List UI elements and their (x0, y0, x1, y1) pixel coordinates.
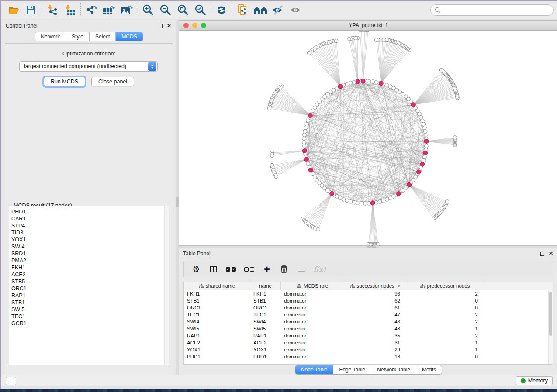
network-leaf-node[interactable] (274, 175, 278, 178)
column-header-predecessor-nodes[interactable]: predecessor nodes (406, 282, 484, 290)
network-node[interactable] (345, 199, 349, 203)
mcds-result-item[interactable]: SRD1 (11, 250, 169, 257)
table-row[interactable]: SWI4SWI4dominator462 (184, 318, 553, 325)
save-session-button[interactable] (22, 2, 40, 18)
hide-selected-button[interactable] (269, 2, 287, 18)
mcds-hub-node[interactable] (424, 139, 429, 144)
mcds-result-item[interactable]: TEC1 (11, 313, 169, 320)
first-neighbors-button[interactable] (252, 2, 269, 18)
table-row[interactable]: ACE2ACE2connector311 (184, 339, 553, 346)
export-image-button[interactable] (118, 2, 135, 18)
unselect-all-icon[interactable] (244, 264, 254, 275)
mcds-hub-node[interactable] (423, 151, 428, 155)
network-leaf-node[interactable] (376, 242, 380, 246)
zoom-selected-button[interactable] (191, 2, 209, 18)
mcds-hub-node[interactable] (308, 168, 313, 172)
zoom-in-button[interactable] (139, 2, 156, 18)
table-row[interactable]: STB1STB1dominator620 (184, 297, 553, 304)
tab-node-table[interactable]: Node Table (295, 365, 334, 374)
mcds-hub-node[interactable] (304, 157, 308, 162)
network-node[interactable] (342, 198, 346, 202)
mcds-result-item[interactable]: TID3 (11, 229, 169, 236)
network-leaf-node[interactable] (316, 227, 320, 231)
network-node[interactable] (422, 122, 426, 126)
tab-select[interactable]: Select (90, 32, 116, 41)
column-header-shared-name[interactable]: shared name (184, 282, 250, 290)
mcds-result-item[interactable]: RAP1 (11, 292, 169, 299)
network-node[interactable] (423, 129, 427, 133)
network-node[interactable] (304, 126, 308, 130)
table-row[interactable]: PHD1PHD1dominator180 (184, 353, 553, 360)
mcds-hub-node[interactable] (407, 182, 412, 187)
column-view-icon[interactable] (209, 264, 218, 275)
mcds-hub-node[interactable] (361, 79, 365, 83)
mcds-hub-node[interactable] (416, 170, 421, 174)
network-node[interactable] (423, 126, 427, 130)
import-network-button[interactable] (44, 2, 61, 18)
network-leaf-node[interactable] (439, 68, 443, 72)
network-node[interactable] (302, 144, 306, 148)
tab-network[interactable]: Network (35, 32, 66, 41)
mcds-hub-node[interactable] (308, 113, 312, 118)
mcds-result-item[interactable]: SWI5 (11, 306, 169, 313)
network-node[interactable] (306, 119, 310, 123)
mcds-hub-node[interactable] (356, 79, 360, 84)
network-node[interactable] (374, 80, 378, 84)
mcds-result-item[interactable]: STB5 (11, 278, 169, 285)
network-node[interactable] (422, 158, 426, 162)
mcds-result-item[interactable]: YOX1 (11, 236, 169, 243)
network-graph[interactable] (179, 31, 557, 246)
network-leaf-node[interactable] (445, 200, 449, 203)
mcds-result-item[interactable]: CAR1 (11, 215, 169, 222)
mcds-hub-node[interactable] (379, 81, 383, 86)
column-header-name[interactable]: name (250, 282, 281, 290)
network-node[interactable] (360, 201, 363, 205)
network-node[interactable] (349, 81, 353, 85)
export-table-button[interactable] (100, 2, 118, 18)
column-header-successor-nodes[interactable]: successor nodes∨ (344, 282, 406, 290)
network-node[interactable] (352, 200, 356, 204)
network-node[interactable] (306, 162, 310, 166)
gear-icon[interactable]: ⚙ (192, 264, 201, 275)
optimization-criterion-select[interactable]: largest connected component (undirected)… (19, 61, 158, 72)
network-node[interactable] (303, 133, 307, 137)
network-node[interactable] (388, 85, 392, 89)
network-node[interactable] (421, 119, 425, 123)
mcds-hub-node[interactable] (396, 191, 401, 196)
mcds-result-item[interactable]: SWI4 (11, 243, 169, 250)
table-row[interactable]: TEC1TEC1connector472 (184, 311, 553, 318)
mcds-result-item[interactable]: PMA2 (11, 257, 169, 264)
network-node[interactable] (381, 199, 385, 203)
close-panel-icon[interactable]: ✕ (167, 24, 171, 28)
mcds-hub-node[interactable] (411, 103, 415, 107)
mcds-hub-node[interactable] (338, 84, 343, 89)
table-row[interactable]: RAP1RAP1dominator352 (184, 332, 553, 339)
network-node[interactable] (385, 83, 389, 87)
mcds-result-item[interactable]: FKH1 (11, 264, 169, 271)
table-scrollbar[interactable] (548, 290, 553, 364)
network-node[interactable] (356, 201, 360, 205)
close-panel-button[interactable]: Close panel (91, 77, 134, 86)
mcds-result-item[interactable]: ACE2 (11, 271, 169, 278)
network-leaf-node[interactable] (268, 107, 271, 110)
network-node[interactable] (367, 79, 371, 83)
tab-edge-table[interactable]: Edge Table (333, 365, 371, 374)
mcds-hub-node[interactable] (302, 148, 307, 153)
export-network-button[interactable] (83, 2, 100, 18)
mcds-result-item[interactable]: PHD1 (11, 208, 169, 215)
tab-style[interactable]: Style (66, 32, 90, 41)
column-header-MCDS-role[interactable]: MCDS role (281, 282, 344, 290)
refresh-button[interactable] (213, 2, 230, 18)
network-canvas[interactable] (179, 31, 557, 245)
table-row[interactable]: YOX1YOX1connector291 (184, 346, 553, 353)
network-node[interactable] (385, 198, 389, 202)
task-history-button[interactable]: ≡ (6, 377, 16, 385)
mcds-result-item[interactable]: GCR1 (11, 320, 169, 327)
network-node[interactable] (338, 196, 342, 200)
table-row[interactable]: FKH1FKH1dominator962 (184, 290, 553, 297)
tab-mcds[interactable]: MCDS (116, 32, 142, 41)
delete-column-icon[interactable] (280, 264, 288, 275)
float-panel-icon[interactable] (540, 252, 544, 256)
network-leaf-node[interactable] (307, 51, 311, 55)
tab-motifs[interactable]: Motifs (416, 365, 442, 374)
